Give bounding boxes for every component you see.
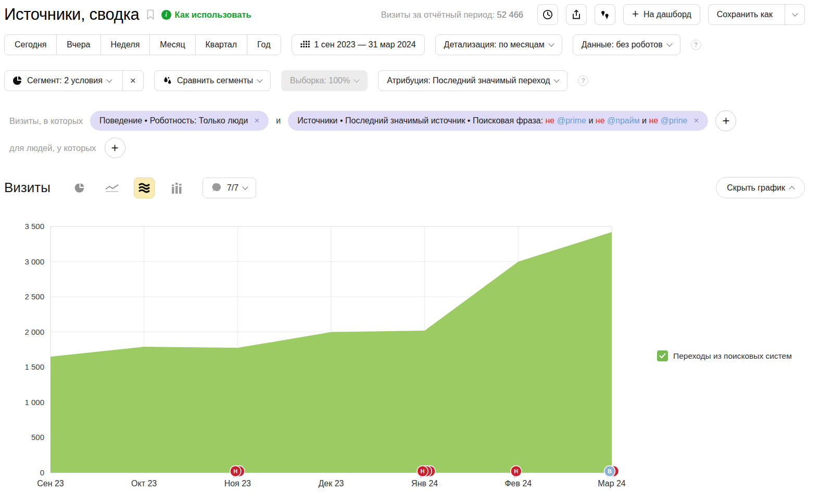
tab-week[interactable]: Неделя [100,35,150,55]
pie-chart-type-button[interactable] [69,178,90,198]
chevron-down-icon [554,77,560,82]
line-chart-icon [105,183,119,193]
people-filters: для людей, у которых + [9,137,125,158]
line-chart-type-button[interactable] [102,178,122,198]
legend-label: Переходы из поисковых систем [673,351,792,361]
area-chart-icon [138,182,150,194]
robotness-filter-chip[interactable]: Поведение • Роботность: Только люди × [90,111,269,131]
chevron-down-icon [242,184,248,190]
svg-text:1 000: 1 000 [24,398,44,407]
period-tabs: Сегодня Вчера Неделя Месяц Квартал Год [4,34,281,55]
tab-month[interactable]: Месяц [149,35,195,55]
data-filter-dropdown[interactable]: Данные: без роботов [573,34,680,55]
pie-chart-icon [74,182,85,194]
svg-text:Окт 23: Окт 23 [131,479,157,488]
page-header: Источники, сводка i Как использовать Виз… [4,4,805,25]
svg-text:Фев 24: Фев 24 [504,479,532,488]
bar-chart-type-button[interactable] [166,178,187,198]
annotation-marker[interactable]: Н [511,466,522,478]
svg-text:Сен 23: Сен 23 [37,479,64,488]
svg-text:3 500: 3 500 [24,222,44,231]
svg-text:Н: Н [234,468,238,474]
annotation-marker[interactable]: В [604,466,619,478]
search-phrase-filter-chip[interactable]: Источники • Последний значимый источник … [288,111,708,131]
add-people-condition-button[interactable]: + [105,137,125,158]
history-button[interactable] [537,4,558,25]
sampling-dropdown[interactable]: Выборка: 100% [281,70,368,91]
export-icon [571,9,582,20]
segment-dropdown[interactable]: Сегмент: 2 условия × [4,70,144,91]
and-connector: и [276,116,281,125]
chart-legend: Переходы из поисковых систем [657,350,792,361]
svg-text:500: 500 [31,433,44,442]
annotation-marker[interactable]: Н [417,466,435,478]
chevron-down-icon [792,10,798,16]
chevron-down-icon [257,77,262,82]
chevron-up-icon [789,186,794,192]
quotes-icon [600,9,610,20]
help-icon[interactable]: ? [578,75,588,86]
tab-today[interactable]: Сегодня [5,35,56,55]
tab-yesterday[interactable]: Вчера [56,35,100,55]
bookmark-icon[interactable] [146,9,155,20]
tab-year[interactable]: Год [247,35,280,55]
detalization-dropdown[interactable]: Детализация: по месяцам [435,34,562,55]
close-icon[interactable]: × [254,116,259,126]
save-as-dropdown[interactable] [785,5,804,24]
segment-bar: Сегмент: 2 условия × Сравнить сегменты В… [4,70,588,91]
annotations-quotes-button[interactable] [595,4,615,25]
date-range-button[interactable]: 1 сен 2023 — 31 мар 2024 [292,34,425,55]
add-to-dashboard-button[interactable]: + На дашборд [623,4,700,25]
segment-pie-icon [13,76,22,85]
plus-icon: + [632,8,639,20]
svg-text:В: В [608,468,612,474]
save-as-button[interactable]: Сохранить как [708,4,805,25]
bar-chart-icon [170,182,183,194]
chevron-down-icon [354,77,359,82]
help-icon[interactable]: ? [691,40,701,50]
visits-area-chart[interactable]: 05001 0001 5002 0002 5003 0003 500Сен 23… [0,216,651,500]
compare-drops-icon [163,76,172,86]
visits-in-which-label: Визиты, в которых [9,116,83,126]
svg-text:2 500: 2 500 [24,292,44,301]
close-icon[interactable]: × [693,116,699,126]
chart-header: Визиты [4,177,805,198]
svg-text:Н: Н [514,468,519,474]
add-visit-condition-button[interactable]: + [715,110,736,131]
attribution-dropdown[interactable]: Атрибуция: Последний значимый переход [378,70,567,91]
area-chart-type-button[interactable] [134,178,155,198]
svg-text:3 000: 3 000 [24,257,44,266]
chevron-down-icon [106,77,112,82]
annotation-marker[interactable]: Н [230,466,245,478]
svg-text:1 500: 1 500 [24,362,44,371]
comment-bubble-icon [211,182,222,193]
legend-checkbox[interactable] [657,350,668,361]
chart-title: Визиты [4,180,51,196]
chevron-down-icon [666,41,672,46]
chevron-down-icon [548,41,554,46]
calendar-grid-icon [300,41,310,49]
svg-text:Янв 24: Янв 24 [411,479,438,488]
svg-text:Мар 24: Мар 24 [598,479,626,488]
how-to-use-link[interactable]: i Как использовать [161,10,251,20]
svg-text:Н: Н [421,468,425,474]
for-people-label: для людей, у которых [9,143,96,153]
visit-filters: Визиты, в которых Поведение • Роботность… [9,110,736,131]
info-icon: i [161,10,171,20]
annotations-dropdown[interactable]: 7/7 [203,178,256,198]
svg-text:Ноя 23: Ноя 23 [224,479,251,488]
export-button[interactable] [566,4,587,25]
svg-text:0: 0 [40,468,44,477]
period-bar: Сегодня Вчера Неделя Месяц Квартал Год 1… [4,34,701,55]
hide-chart-button[interactable]: Скрыть график [716,177,805,198]
segment-close-button[interactable]: × [122,71,143,91]
svg-text:2 000: 2 000 [24,327,44,336]
visits-period-summary: Визиты за отчётный период: 52 466 [381,10,523,20]
search-phrase-chip-text: Источники • Последний значимый источник … [297,116,687,125]
visits-chart-area: 05001 0001 5002 0002 5003 0003 500Сен 23… [0,216,833,504]
page-title: Источники, сводка [4,5,140,24]
clock-icon [542,9,553,20]
svg-text:Дек 23: Дек 23 [319,479,344,488]
tab-quarter[interactable]: Квартал [195,35,247,55]
compare-segments-button[interactable]: Сравнить сегменты [154,70,271,91]
